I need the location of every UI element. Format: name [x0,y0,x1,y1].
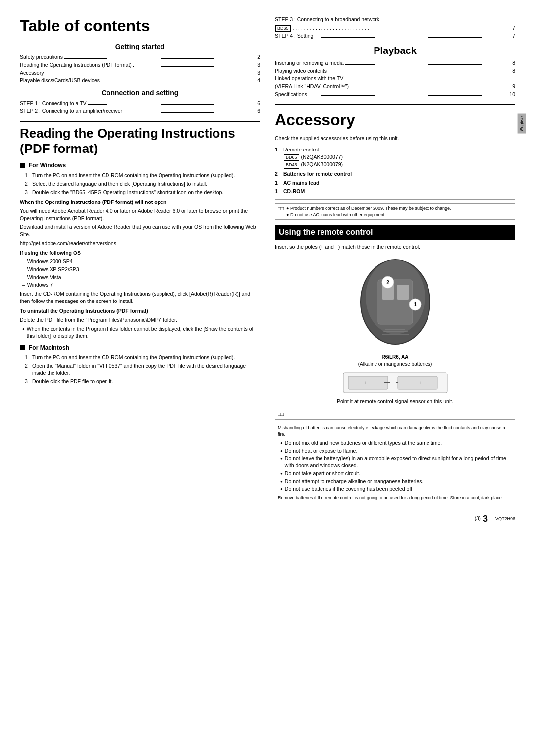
getting-started-heading: Getting started [20,42,260,52]
playback-heading: Playback [275,44,515,57]
battery-label: R6/LR6, AA [275,354,515,361]
remote-section-heading: Using the remote control [275,225,515,240]
toc-item-inserting: Inserting or removing a media 8 [275,59,515,67]
toc-item-specs: Specifications 10 [275,91,515,98]
bd45-badge-acc: BD45 [284,162,299,169]
svg-text:2: 2 [386,280,389,285]
toc-item-linked: Linked operations with the TV [275,75,515,82]
svg-text:1: 1 [414,302,417,307]
toc-item-accessory: Accessory 3 [20,69,260,77]
remote-desc: Insert so the poles (+ and −) match thos… [275,243,515,251]
accessory-divider [275,104,515,105]
pdf-not-open-note: When the Operating Instructions (PDF for… [20,199,260,206]
acc-note-1: ● Product numbers correct as of December… [286,205,451,212]
warning-5: Do not attempt to recharge alkaline or m… [280,478,512,485]
battery-warnings-box: Mishandling of batteries can cause elect… [275,423,515,503]
battery-sublabel: (Alkaline or manganese batteries) [275,361,515,368]
point-text: Point it at remote control signal sensor… [275,398,515,405]
mac-step-1: 1 Turn the PC on and insert the CD-ROM c… [25,354,260,361]
windows-step-3: 3 Double click the "BD65_45EG Operating … [25,189,260,196]
uninstall-bullet-1: When the contents in the Program Files f… [22,325,260,340]
battery-insertion-svg: + − − + [341,370,450,395]
toc-item-step2: STEP 2 : Connecting to an amplifier/rece… [20,107,260,115]
for-mac-heading: For Macintosh [20,344,260,352]
svg-text:+ −: + − [364,380,372,386]
uninstall-text: Delete the PDF file from the "Program Fi… [20,316,260,324]
toc-title: Table of contents [20,15,260,37]
warning-6: Do not use batteries if the covering has… [280,485,512,493]
os-item-4: Windows 7 [22,281,260,289]
toc-item-reading: Reading the Operating Instructions (PDF … [20,61,260,69]
black-square-icon [20,163,25,168]
accessory-item-cdrom: 1 CD-ROM [275,188,515,195]
acc-info-box: □□ ● Product numbers correct as of Decem… [275,203,515,220]
remote-image-area: 1 2 [275,255,515,349]
mac-step-3: 3 Double click the PDF file to open it. [25,378,260,385]
remote-info-box: □□ [275,409,515,420]
mac-steps-list: 1 Turn the PC on and insert the CD-ROM c… [25,354,260,385]
os-item-3: Windows Vista [22,274,260,281]
toc-item-step4: STEP 4 : Setting 7 [275,32,515,40]
toc-step3: STEP 3 : Connecting to a broadband netwo… [275,16,515,23]
svg-text:− +: − + [414,380,422,386]
toc-item-bd65: BD65 . . . . . . . . . . . . . . . . . .… [275,24,515,32]
download-text: Download and install a version of Adobe … [20,223,260,238]
warning-4: Do not take apart or short circuit. [280,470,512,477]
english-label: English [518,114,526,134]
page-num-parens: (3) [475,515,481,522]
acc-note-2: ● Do not use AC mains lead with other eq… [286,212,451,218]
warning-1: Do not mix old and new batteries or diff… [280,439,512,447]
os-heading: If using the following OS [20,250,260,257]
windows-steps-list: 1 Turn the PC on and insert the CD-ROM c… [25,172,260,196]
bd65-badge: BD65 [275,25,291,32]
toc-getting-started-section: Getting started Safety precautions 2 Rea… [20,42,260,84]
vqt-code: VQT2H96 [495,516,515,522]
os-item-1: Windows 2000 SP4 [22,258,260,265]
battery-remove-text: Remove batteries if the remote control i… [278,495,512,501]
accessory-item-remote: 1 Remote control BD65 (N2QAKB000077) BD4… [275,146,515,169]
mac-step-2: 2 Open the "Manual" folder in "VFF0537" … [25,362,260,377]
for-windows-heading: For Windows [20,161,260,170]
accessory-desc: Check the supplied accessories before us… [275,135,515,142]
adobe-reader-note: You will need Adobe Acrobat Reader 4.0 o… [20,207,260,222]
page-footer: (3) 3 VQT2H96 [275,513,515,525]
page-number: 3 [483,513,488,525]
black-square-icon-mac [20,345,25,350]
os-list: Windows 2000 SP4 Windows XP SP2/SP3 Wind… [22,258,260,289]
toc-right-section: STEP 3 : Connecting to a broadband netwo… [275,16,515,98]
remote-control-svg: 1 2 [338,255,452,349]
windows-step-1: 1 Turn the PC on and insert the CD-ROM c… [25,172,260,179]
warning-3: Do not leave the battery(ies) in an auto… [280,455,512,469]
acc-divider [275,199,515,200]
info-icon: □□ [278,205,284,218]
toc-item-safety: Safety precautions 2 [20,53,260,61]
reading-instructions-title: Reading the Operating Instructions (PDF … [20,126,260,156]
uninstall-heading: To uninstall the Operating Instructions … [20,307,260,315]
toc-item-playable: Playable discs/Cards/USB devices 4 [20,77,260,84]
toc-item-playing-video: Playing video contents 8 [275,67,515,75]
windows-step-2: 2 Select the desired language and then c… [25,180,260,188]
connection-heading: Connection and setting [20,88,260,98]
remote-info-icon: □□ [278,411,284,418]
toc-item-viera: (VIERA Link "HDAVI Control™") 9 [275,83,515,90]
battery-warning-list: Do not mix old and new batteries or diff… [280,439,512,493]
toc-item-step1: STEP 1 : Connecting to a TV 6 [20,100,260,107]
toc-connection-section: Connection and setting STEP 1 : Connecti… [20,88,260,115]
accessory-list: 1 Remote control BD65 (N2QAKB000077) BD4… [275,146,515,195]
accessory-item-batteries: 2 Batteries for remote control [275,170,515,178]
battery-warning-main: Mishandling of batteries can cause elect… [278,425,512,437]
accessory-title: Accessory [275,109,515,131]
uninstall-bullets: When the contents in the Program Files f… [22,325,260,340]
svg-rect-4 [397,285,409,300]
accessory-item-ac: 1 AC mains lead [275,179,515,187]
insert-cd-text: Insert the CD-ROM containing the Operati… [20,290,260,304]
bd65-badge-acc: BD65 [284,154,299,161]
adobe-url: http://get.adobe.com/reader/otherversion… [20,240,260,247]
warning-2: Do not heat or expose to flame. [280,447,512,454]
main-divider [20,121,260,122]
os-item-2: Windows XP SP2/SP3 [22,266,260,273]
